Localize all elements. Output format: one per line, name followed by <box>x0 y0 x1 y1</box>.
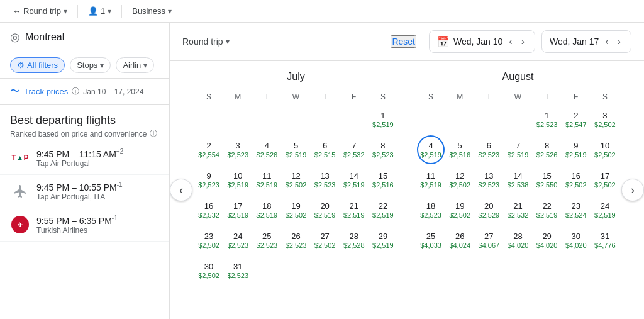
cal-cell-0-2-0[interactable]: 9$2,523 <box>195 165 223 194</box>
cal-cell-0-4-4[interactable]: 27$2,502 <box>311 226 339 255</box>
cal-cell-1-3-5[interactable]: 23$2,524 <box>562 196 590 225</box>
cal-cell-1-3-3[interactable]: 21$2,532 <box>504 196 531 225</box>
cal-cell-0-2-2[interactable]: 11$2,519 <box>253 165 280 194</box>
cal-cell-1-2-3[interactable]: 14$2,538 <box>504 165 531 194</box>
calendar-trip-type[interactable]: Round trip ▾ <box>182 36 230 47</box>
cal-cell-1-2-5[interactable]: 16$2,502 <box>562 165 590 194</box>
cal-cell-1-2-2[interactable]: 13$2,523 <box>475 165 502 194</box>
cal-cell-0-1-3[interactable]: 5$2,519 <box>282 135 309 164</box>
cal-cell-1-4-3[interactable]: 28$4,020 <box>504 226 531 255</box>
cal-cell-1-1-1[interactable]: 5$2,516 <box>446 135 474 164</box>
flight-info-2: 9:55 PM – 6:35 PM-1 Turkish Airlines <box>36 215 159 235</box>
cal-cell-0-3-2[interactable]: 18$2,519 <box>253 196 280 225</box>
cal-cell-0-4-6[interactable]: 29$2,519 <box>369 226 397 255</box>
cal-cell-1-1-2[interactable]: 6$2,523 <box>475 135 502 164</box>
cal-cell-0-2-4[interactable]: 13$2,523 <box>311 165 339 194</box>
day-price-1-2-2: $2,523 <box>479 181 500 189</box>
cal-cell-0-4-0[interactable]: 23$2,502 <box>195 226 223 255</box>
day-price-1-4-3: $4,020 <box>508 242 529 249</box>
departure-date-nav[interactable]: 📅 Wed, Jan 10 ‹ › <box>429 30 535 53</box>
cal-cell-0-1-6[interactable]: 8$2,523 <box>369 135 397 164</box>
return-date-nav[interactable]: Wed, Jan 17 ‹ › <box>541 30 631 53</box>
passengers-selector[interactable]: 👤 1 ▾ <box>83 4 116 18</box>
cal-cell-0-1-4[interactable]: 6$2,515 <box>311 135 339 164</box>
flight-card-1[interactable]: 9:45 PM – 10:55 PM-1 Tap Air Portugal, I… <box>0 175 169 208</box>
trip-type-label-top: Round trip <box>23 6 61 16</box>
cal-cell-0-4-1[interactable]: 24$2,523 <box>224 226 252 255</box>
cal-cell-0-4-5[interactable]: 28$2,528 <box>340 226 368 255</box>
departure-next-arrow[interactable]: › <box>519 35 527 48</box>
cal-cell-0-0-5 <box>340 105 368 134</box>
cal-cell-1-1-0[interactable]: 4$2,519 <box>417 135 445 164</box>
calendar-right-nav[interactable]: › <box>621 179 644 201</box>
cal-cell-1-3-1[interactable]: 19$2,502 <box>446 196 474 225</box>
cal-cell-0-4-2[interactable]: 25$2,523 <box>253 226 280 255</box>
cal-cell-1-4-2[interactable]: 27$4,067 <box>475 226 502 255</box>
reset-button[interactable]: Reset <box>391 35 416 48</box>
departure-prev-arrow[interactable]: ‹ <box>506 35 514 48</box>
calendar-left-nav[interactable]: ‹ <box>170 179 192 201</box>
cal-cell-1-4-0[interactable]: 25$4,033 <box>417 226 445 255</box>
cal-cell-1-0-6[interactable]: 3$2,502 <box>591 105 619 134</box>
cal-cell-1-2-0[interactable]: 11$2,519 <box>417 165 445 194</box>
cal-cell-0-2-3[interactable]: 12$2,502 <box>282 165 309 194</box>
cal-cell-0-3-6[interactable]: 22$2,519 <box>369 196 397 225</box>
cal-cell-1-4-6[interactable]: 31$4,776 <box>591 226 619 255</box>
flight-card-2[interactable]: ✈ 9:55 PM – 6:35 PM-1 Turkish Airlines <box>0 208 169 242</box>
return-prev-arrow[interactable]: ‹ <box>602 35 611 48</box>
cal-cell-0-1-1[interactable]: 3$2,523 <box>224 135 252 164</box>
day-price-0-2-3: $2,502 <box>286 181 307 189</box>
cal-cell-0-5-1[interactable]: 31$2,523 <box>224 256 252 285</box>
day-num-0-3-0: 16 <box>204 201 213 211</box>
cal-cell-1-0-5[interactable]: 2$2,547 <box>562 105 590 134</box>
cal-cell-1-4-4[interactable]: 29$4,020 <box>533 226 561 255</box>
day-price-0-3-0: $2,532 <box>198 211 219 219</box>
cal-cell-0-3-3[interactable]: 19$2,502 <box>282 196 309 225</box>
cal-cell-1-4-5[interactable]: 30$4,020 <box>562 226 590 255</box>
class-selector[interactable]: Business ▾ <box>127 4 177 18</box>
origin-input[interactable] <box>25 31 159 43</box>
cal-cell-1-1-6[interactable]: 10$2,502 <box>591 135 619 164</box>
cal-cell-1-1-4[interactable]: 8$2,526 <box>533 135 561 164</box>
cal-cell-1-4-1[interactable]: 26$4,024 <box>446 226 474 255</box>
cal-cell-0-2-5[interactable]: 14$2,519 <box>340 165 368 194</box>
cal-cell-0-3-4[interactable]: 20$2,519 <box>311 196 339 225</box>
day-num-1-1-1: 5 <box>458 141 462 150</box>
stops-filter-button[interactable]: Stops ▾ <box>70 57 111 73</box>
all-filters-label: All filters <box>27 60 58 70</box>
return-next-arrow[interactable]: › <box>615 35 623 48</box>
cal-cell-0-0-6[interactable]: 1$2,519 <box>369 105 397 134</box>
day-num-0-2-5: 14 <box>350 171 358 181</box>
cal-cell-0-3-5[interactable]: 21$2,519 <box>340 196 368 225</box>
best-flights-subtitle: Ranked based on price and convenience ⓘ <box>10 128 159 139</box>
day-num-1-2-4: 15 <box>542 171 551 181</box>
cal-cell-1-1-5[interactable]: 9$2,519 <box>562 135 590 164</box>
trip-type-selector-top[interactable]: ↔ Round trip ▾ <box>8 4 72 18</box>
cal-cell-1-2-6[interactable]: 17$2,502 <box>591 165 619 194</box>
all-filters-button[interactable]: ⚙ All filters <box>10 57 65 73</box>
cal-cell-0-3-0[interactable]: 16$2,532 <box>195 196 223 225</box>
cal-cell-1-3-2[interactable]: 20$2,529 <box>475 196 502 225</box>
cal-cell-1-2-4[interactable]: 15$2,550 <box>533 165 561 194</box>
day-num-1-3-1: 19 <box>455 201 464 211</box>
cal-cell-1-3-4[interactable]: 22$2,519 <box>533 196 561 225</box>
cal-cell-0-1-5[interactable]: 7$2,532 <box>340 135 368 164</box>
airline-filter-button[interactable]: Airlin ▾ <box>116 57 154 73</box>
cal-cell-1-1-3[interactable]: 7$2,519 <box>504 135 531 164</box>
search-bar: ◎ <box>0 23 169 52</box>
cal-cell-1-0-4[interactable]: 1$2,523 <box>533 105 561 134</box>
cal-cell-1-2-1[interactable]: 12$2,502 <box>446 165 474 194</box>
flight-card-0[interactable]: T▲P 9:45 PM – 11:15 AM+2 Tap Air Portuga… <box>0 142 169 175</box>
cal-cell-1-3-0[interactable]: 18$2,523 <box>417 196 445 225</box>
cal-cell-0-2-1[interactable]: 10$2,519 <box>224 165 252 194</box>
day-num-0-2-3: 12 <box>291 171 300 181</box>
cal-cell-1-3-6[interactable]: 24$2,519 <box>591 196 619 225</box>
cal-cell-0-1-0[interactable]: 2$2,554 <box>195 135 223 164</box>
cal-cell-0-1-2[interactable]: 4$2,526 <box>253 135 280 164</box>
cal-cell-0-4-3[interactable]: 26$2,523 <box>282 226 309 255</box>
cal-cell-0-3-1[interactable]: 17$2,519 <box>224 196 252 225</box>
cal-cell-0-2-6[interactable]: 15$2,516 <box>369 165 397 194</box>
track-prices-label[interactable]: Track prices <box>24 87 68 96</box>
cal-cell-0-5-0[interactable]: 30$2,502 <box>195 256 223 285</box>
day-num-1-2-3: 14 <box>513 171 522 181</box>
